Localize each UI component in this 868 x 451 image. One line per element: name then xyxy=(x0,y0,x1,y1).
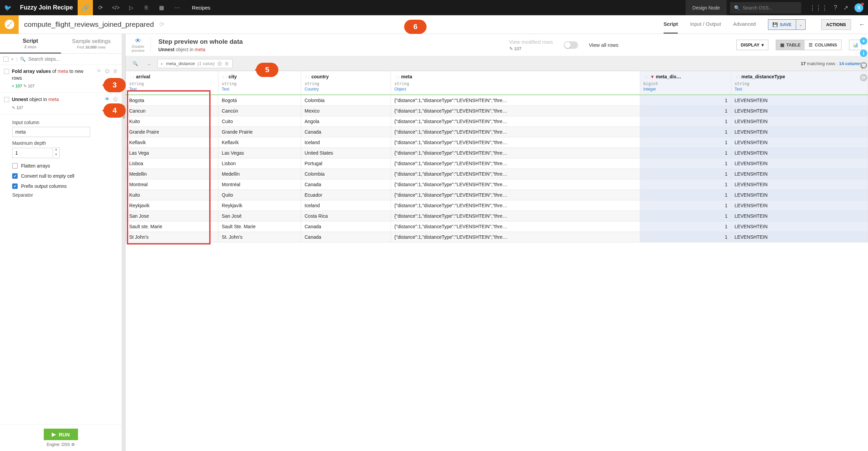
input-column-field[interactable] xyxy=(12,127,90,137)
search-icon: 🔍 xyxy=(734,5,740,11)
save-button[interactable]: 💾 SAVE xyxy=(768,19,796,30)
actions-button[interactable]: ACTIONS xyxy=(821,19,851,30)
tab-script[interactable]: Script xyxy=(664,15,678,34)
save-dropdown[interactable]: ⌄ xyxy=(796,19,806,30)
power-icon[interactable]: ⏻ xyxy=(217,61,222,66)
col-arrival[interactable]: ⋮⋮arrivalstringText xyxy=(126,71,218,95)
tab-recipes[interactable]: Recipes xyxy=(184,0,218,15)
eye-icon: 👁 xyxy=(132,37,144,44)
more-icon[interactable]: ⋯ xyxy=(169,0,184,15)
play-icon[interactable]: ▷ xyxy=(123,0,139,15)
gear-icon: ⚙ xyxy=(71,442,75,447)
table-row[interactable]: Grande PraireGrande PrairieCanada{"dista… xyxy=(126,127,868,137)
activity-icon[interactable]: ↗ xyxy=(843,4,848,12)
table-row[interactable]: St John'sSt. John'sCanada{"distance":1,"… xyxy=(126,232,868,242)
rail-add-icon[interactable]: + xyxy=(860,37,867,45)
table-row[interactable]: CancunCancúnMexico{"distance":1,"distanc… xyxy=(126,106,868,116)
columns-view-button[interactable]: ☰ COLUMNS xyxy=(805,40,841,50)
table-row[interactable]: Sault ste. MarieSault Ste. MarieCanada{"… xyxy=(126,221,868,232)
export-icon[interactable]: ⎘ xyxy=(139,0,154,15)
disable-preview-button[interactable]: 👁 Disable preview xyxy=(132,37,151,53)
select-all-steps-checkbox[interactable] xyxy=(3,57,8,62)
filter-search-icon[interactable]: 🔍 xyxy=(130,58,140,68)
power-icon[interactable]: ⏻ xyxy=(113,96,118,102)
table-row[interactable]: KuitoQuitoEcuador{"distance":1,"distance… xyxy=(126,190,868,200)
page-title: Fuzzy Join Recipe xyxy=(15,4,78,11)
table-row[interactable]: MontrealMontréalCanada{"distance":1,"dis… xyxy=(126,179,868,190)
recipe-type-icon: 🧹 xyxy=(0,15,19,34)
right-rail: + i 💬 ⟳ xyxy=(860,37,867,81)
engine-label[interactable]: Engine: DSS ⚙ xyxy=(4,442,118,447)
search-steps-input[interactable] xyxy=(28,56,118,62)
table-row[interactable]: ReykjavikReykjavíkIceland{"distance":1,"… xyxy=(126,200,868,211)
convert-null-check[interactable]: ✔Convert null to empty cell xyxy=(12,173,118,179)
step-checkbox[interactable] xyxy=(4,97,9,102)
help-icon[interactable]: ? xyxy=(834,4,837,11)
step-unnest-form: Input column Maximum depth ▲▼ Flatten ar… xyxy=(0,114,122,199)
prefix-output-check[interactable]: ✔Prefix output columns xyxy=(12,183,118,189)
trash-icon[interactable]: 🗑 xyxy=(113,68,118,74)
table-row[interactable]: KuitoCuitoAngola{"distance":1,"distanceT… xyxy=(126,116,868,127)
eye-icon[interactable]: 👁 xyxy=(97,68,101,74)
table-row[interactable]: Las VegaLas VegasUnited States{"distance… xyxy=(126,148,868,158)
callout-3: 3 xyxy=(103,78,126,92)
rail-chat-icon[interactable]: 💬 xyxy=(860,62,867,69)
logo-bird-icon[interactable]: 🐦 xyxy=(0,0,15,15)
table-row[interactable]: KeflavikKeflavíkIceland{"distance":1,"di… xyxy=(126,137,868,148)
tab-advanced[interactable]: Advanced xyxy=(733,15,756,34)
topbar: 🐦 Fuzzy Join Recipe 🔗 ⟳ </> ▷ ⎘ ▦ ⋯ Reci… xyxy=(0,0,868,15)
table-view-button[interactable]: ▦ TABLE xyxy=(776,40,805,50)
subbar: 🧹 compute_flight_reviews_joined_prepared… xyxy=(0,15,868,34)
rail-history-icon[interactable]: ⟳ xyxy=(860,74,867,81)
code-icon[interactable]: </> xyxy=(108,0,123,15)
funnel-icon: ▼ xyxy=(650,74,655,79)
rail-info-icon[interactable]: i xyxy=(860,50,867,57)
display-dropdown[interactable]: DISPLAY ▾ xyxy=(736,40,768,50)
col-country[interactable]: ⋮⋮countrystringCountry xyxy=(301,71,391,95)
script-side-panel: Script 2 steps Sample settings First 10,… xyxy=(0,34,122,451)
design-node-label[interactable]: Design Node xyxy=(686,0,727,15)
col-meta-distance-type[interactable]: ⋮⋮meta_distanceTypestringText xyxy=(731,71,868,95)
refresh-recipe-icon[interactable]: ⟳ xyxy=(159,21,164,28)
refresh-icon[interactable]: ⟳ xyxy=(93,0,108,15)
data-grid[interactable]: ⋮⋮arrivalstringText ⋮⋮citystringText ⋮⋮c… xyxy=(125,71,868,451)
search-icon: 🔍 xyxy=(20,57,25,62)
step-fold-array[interactable]: Fold array values of meta to new rows + … xyxy=(0,65,122,93)
filter-chip[interactable]: ▸ meta_distance (1 value) ⏻ 🗑 xyxy=(157,59,233,68)
max-depth-label: Maximum depth xyxy=(12,140,118,146)
dataset-icon[interactable]: ▦ xyxy=(154,0,169,15)
power-icon[interactable]: ⏻ xyxy=(105,68,110,74)
col-meta[interactable]: ⋮⋮metastringObject xyxy=(391,71,640,95)
recipe-name: compute_flight_reviews_joined_prepared xyxy=(19,20,159,28)
col-meta-distance[interactable]: ⋮⋮▼ meta_dis…bigintInteger xyxy=(640,71,731,95)
step-preview-title: Step preview on whole data xyxy=(158,38,502,45)
left-tab-sample-settings[interactable]: Sample settings First 10,000 rows xyxy=(61,34,122,54)
table-row[interactable]: BogotaBogotáColombia{"distance":1,"dista… xyxy=(126,95,868,106)
avatar[interactable]: S xyxy=(854,3,863,12)
max-depth-field[interactable] xyxy=(12,148,53,158)
resize-gutter[interactable] xyxy=(122,34,125,451)
max-depth-stepper[interactable]: ▲▼ xyxy=(53,148,60,158)
table-row[interactable]: San JoseSan JoséCosta Rica{"distance":1,… xyxy=(126,211,868,221)
back-arrow-icon[interactable]: ← xyxy=(856,21,868,28)
table-row[interactable]: LisboaLisbonPortugal{"distance":1,"dista… xyxy=(126,158,868,169)
view-toggle-switch[interactable] xyxy=(564,41,578,49)
filter-collapse-icon[interactable]: ⌄ xyxy=(144,58,154,68)
trash-icon[interactable]: 🗑 xyxy=(224,61,229,66)
run-button[interactable]: ▶ RUN xyxy=(44,429,78,440)
left-tab-script[interactable]: Script 2 steps xyxy=(0,34,61,54)
preview-panel: 👁 Disable preview Step preview on whole … xyxy=(125,34,868,451)
callout-5: 5 xyxy=(256,63,278,77)
select-dropdown-icon[interactable]: ▾ xyxy=(11,57,14,62)
table-row[interactable]: MedellinMedellínColombia{"distance":1,"d… xyxy=(126,169,868,179)
view-modified-label: View modified rows xyxy=(509,39,553,45)
search-dss-input[interactable]: 🔍 Search DSS... xyxy=(730,2,801,14)
tab-io[interactable]: Input / Output xyxy=(690,15,721,34)
share-button[interactable]: 🔗 xyxy=(78,0,93,15)
apps-grid-icon[interactable]: ⋮⋮⋮ xyxy=(809,4,828,12)
eye-icon[interactable]: 👁 xyxy=(105,96,110,102)
step-checkbox[interactable] xyxy=(4,69,9,74)
match-info: 17 matching rows · 14 columns xyxy=(801,61,863,66)
flatten-arrays-check[interactable]: Flatten arrays xyxy=(12,163,118,169)
separator-label: Separator xyxy=(12,192,118,198)
